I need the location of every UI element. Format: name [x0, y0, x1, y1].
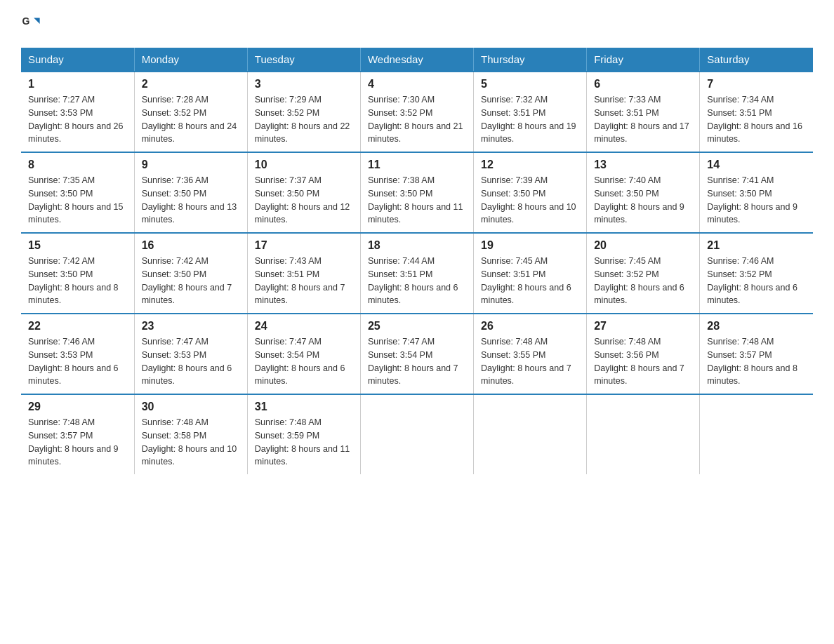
calendar-day-cell: 11 Sunrise: 7:38 AMSunset: 3:50 PMDaylig… — [360, 152, 473, 233]
day-of-week-header: Monday — [134, 48, 247, 72]
day-number: 6 — [594, 78, 692, 90]
calendar-day-cell: 16 Sunrise: 7:42 AMSunset: 3:50 PMDaylig… — [134, 233, 247, 314]
calendar-week-row: 29 Sunrise: 7:48 AMSunset: 3:57 PMDaylig… — [21, 394, 813, 474]
calendar-body: 1 Sunrise: 7:27 AMSunset: 3:53 PMDayligh… — [21, 72, 813, 474]
day-number: 30 — [142, 401, 240, 413]
calendar-day-cell: 22 Sunrise: 7:46 AMSunset: 3:53 PMDaylig… — [21, 314, 134, 394]
day-number: 24 — [255, 320, 353, 333]
day-info: Sunrise: 7:36 AMSunset: 3:50 PMDaylight:… — [142, 174, 240, 227]
day-info: Sunrise: 7:41 AMSunset: 3:50 PMDaylight:… — [707, 174, 806, 227]
calendar-day-cell: 7 Sunrise: 7:34 AMSunset: 3:51 PMDayligh… — [700, 72, 813, 152]
calendar-day-cell — [474, 394, 587, 474]
day-info: Sunrise: 7:46 AMSunset: 3:52 PMDaylight:… — [707, 255, 806, 307]
day-info: Sunrise: 7:48 AMSunset: 3:57 PMDaylight:… — [28, 416, 127, 469]
day-number: 23 — [142, 320, 240, 333]
day-info: Sunrise: 7:30 AMSunset: 3:52 PMDaylight:… — [368, 93, 466, 146]
day-info: Sunrise: 7:39 AMSunset: 3:50 PMDaylight:… — [481, 174, 579, 227]
day-number: 28 — [707, 320, 806, 333]
day-number: 14 — [707, 159, 806, 171]
day-number: 25 — [368, 320, 466, 333]
day-number: 18 — [368, 239, 466, 252]
calendar-day-cell: 31 Sunrise: 7:48 AMSunset: 3:59 PMDaylig… — [247, 394, 360, 474]
day-number: 31 — [255, 401, 353, 413]
day-info: Sunrise: 7:48 AMSunset: 3:58 PMDaylight:… — [142, 416, 240, 469]
day-number: 21 — [707, 239, 806, 252]
calendar-day-cell: 20 Sunrise: 7:45 AMSunset: 3:52 PMDaylig… — [587, 233, 700, 314]
day-info: Sunrise: 7:29 AMSunset: 3:52 PMDaylight:… — [255, 93, 353, 146]
day-number: 2 — [142, 78, 240, 90]
day-number: 3 — [255, 78, 353, 90]
day-number: 11 — [368, 159, 466, 171]
calendar-day-cell: 24 Sunrise: 7:47 AMSunset: 3:54 PMDaylig… — [247, 314, 360, 394]
day-info: Sunrise: 7:48 AMSunset: 3:59 PMDaylight:… — [255, 416, 353, 469]
day-of-week-header: Thursday — [474, 48, 587, 72]
day-number: 13 — [594, 159, 692, 171]
calendar-day-cell — [700, 394, 813, 474]
day-of-week-header: Tuesday — [247, 48, 360, 72]
calendar-day-cell: 9 Sunrise: 7:36 AMSunset: 3:50 PMDayligh… — [134, 152, 247, 233]
day-info: Sunrise: 7:42 AMSunset: 3:50 PMDaylight:… — [28, 255, 127, 307]
calendar-day-cell — [360, 394, 473, 474]
day-of-week-header: Friday — [587, 48, 700, 72]
calendar-day-cell: 25 Sunrise: 7:47 AMSunset: 3:54 PMDaylig… — [360, 314, 473, 394]
calendar-week-row: 15 Sunrise: 7:42 AMSunset: 3:50 PMDaylig… — [21, 233, 813, 314]
day-info: Sunrise: 7:46 AMSunset: 3:53 PMDaylight:… — [28, 335, 127, 388]
calendar-day-cell: 3 Sunrise: 7:29 AMSunset: 3:52 PMDayligh… — [247, 72, 360, 152]
day-info: Sunrise: 7:33 AMSunset: 3:51 PMDaylight:… — [594, 93, 692, 146]
calendar-day-cell: 8 Sunrise: 7:35 AMSunset: 3:50 PMDayligh… — [21, 152, 134, 233]
calendar-day-cell: 27 Sunrise: 7:48 AMSunset: 3:56 PMDaylig… — [587, 314, 700, 394]
day-info: Sunrise: 7:40 AMSunset: 3:50 PMDaylight:… — [594, 174, 692, 227]
day-number: 7 — [707, 78, 806, 90]
calendar-day-cell: 30 Sunrise: 7:48 AMSunset: 3:58 PMDaylig… — [134, 394, 247, 474]
calendar-header: SundayMondayTuesdayWednesdayThursdayFrid… — [21, 48, 813, 72]
calendar-table: SundayMondayTuesdayWednesdayThursdayFrid… — [21, 48, 813, 474]
day-info: Sunrise: 7:43 AMSunset: 3:51 PMDaylight:… — [255, 255, 353, 307]
day-number: 22 — [28, 320, 127, 333]
day-info: Sunrise: 7:38 AMSunset: 3:50 PMDaylight:… — [368, 174, 466, 227]
calendar-week-row: 1 Sunrise: 7:27 AMSunset: 3:53 PMDayligh… — [21, 72, 813, 152]
svg-marker-1 — [34, 18, 39, 24]
calendar-day-cell: 10 Sunrise: 7:37 AMSunset: 3:50 PMDaylig… — [247, 152, 360, 233]
day-number: 10 — [255, 159, 353, 171]
day-number: 15 — [28, 239, 127, 252]
day-info: Sunrise: 7:45 AMSunset: 3:51 PMDaylight:… — [481, 255, 579, 307]
calendar-day-cell: 29 Sunrise: 7:48 AMSunset: 3:57 PMDaylig… — [21, 394, 134, 474]
calendar-day-cell — [587, 394, 700, 474]
day-info: Sunrise: 7:48 AMSunset: 3:56 PMDaylight:… — [594, 335, 692, 388]
calendar-day-cell: 2 Sunrise: 7:28 AMSunset: 3:52 PMDayligh… — [134, 72, 247, 152]
day-info: Sunrise: 7:37 AMSunset: 3:50 PMDaylight:… — [255, 174, 353, 227]
day-number: 4 — [368, 78, 466, 90]
day-number: 26 — [481, 320, 579, 333]
day-info: Sunrise: 7:48 AMSunset: 3:55 PMDaylight:… — [481, 335, 579, 388]
calendar-day-cell: 14 Sunrise: 7:41 AMSunset: 3:50 PMDaylig… — [700, 152, 813, 233]
calendar-week-row: 8 Sunrise: 7:35 AMSunset: 3:50 PMDayligh… — [21, 152, 813, 233]
calendar-day-cell: 23 Sunrise: 7:47 AMSunset: 3:53 PMDaylig… — [134, 314, 247, 394]
calendar-day-cell: 1 Sunrise: 7:27 AMSunset: 3:53 PMDayligh… — [21, 72, 134, 152]
svg-text:G: G — [22, 15, 29, 27]
calendar-day-cell: 28 Sunrise: 7:48 AMSunset: 3:57 PMDaylig… — [700, 314, 813, 394]
day-number: 17 — [255, 239, 353, 252]
day-of-week-header: Wednesday — [360, 48, 473, 72]
calendar-day-cell: 21 Sunrise: 7:46 AMSunset: 3:52 PMDaylig… — [700, 233, 813, 314]
calendar-day-cell: 4 Sunrise: 7:30 AMSunset: 3:52 PMDayligh… — [360, 72, 473, 152]
day-number: 20 — [594, 239, 692, 252]
day-info: Sunrise: 7:27 AMSunset: 3:53 PMDaylight:… — [28, 93, 127, 146]
day-number: 27 — [594, 320, 692, 333]
day-info: Sunrise: 7:28 AMSunset: 3:52 PMDaylight:… — [142, 93, 240, 146]
calendar-day-cell: 18 Sunrise: 7:44 AMSunset: 3:51 PMDaylig… — [360, 233, 473, 314]
calendar-day-cell: 26 Sunrise: 7:48 AMSunset: 3:55 PMDaylig… — [474, 314, 587, 394]
day-number: 9 — [142, 159, 240, 171]
day-of-week-header: Saturday — [700, 48, 813, 72]
calendar-day-cell: 17 Sunrise: 7:43 AMSunset: 3:51 PMDaylig… — [247, 233, 360, 314]
day-info: Sunrise: 7:42 AMSunset: 3:50 PMDaylight:… — [142, 255, 240, 307]
day-number: 29 — [28, 401, 127, 413]
calendar-day-cell: 5 Sunrise: 7:32 AMSunset: 3:51 PMDayligh… — [474, 72, 587, 152]
day-number: 1 — [28, 78, 127, 90]
day-number: 12 — [481, 159, 579, 171]
calendar-week-row: 22 Sunrise: 7:46 AMSunset: 3:53 PMDaylig… — [21, 314, 813, 394]
day-number: 19 — [481, 239, 579, 252]
page-header: G — [21, 14, 813, 34]
day-info: Sunrise: 7:47 AMSunset: 3:53 PMDaylight:… — [142, 335, 240, 388]
day-info: Sunrise: 7:47 AMSunset: 3:54 PMDaylight:… — [255, 335, 353, 388]
logo-icon: G — [21, 14, 41, 34]
